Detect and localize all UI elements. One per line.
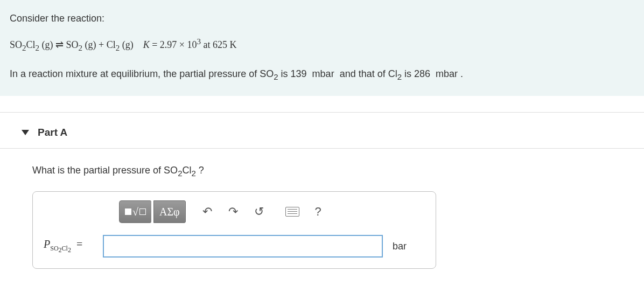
reset-icon: ↺ — [254, 205, 264, 219]
reset-button[interactable]: ↺ — [247, 200, 271, 223]
templates-button[interactable]: √ — [119, 200, 151, 223]
problem-equation: SO2Cl2 (g) ⇌ SO2 (g) + Cl2 (g) K = 2.97 … — [10, 34, 634, 55]
undo-icon: ↶ — [202, 205, 212, 219]
greek-symbols-icon: ΑΣφ — [159, 206, 180, 218]
question-text: What is the partial pressure of SO2Cl2 ? — [32, 165, 633, 178]
problem-context: In a reaction mixture at equilibrium, th… — [10, 65, 634, 84]
unit-label: bar — [393, 241, 407, 252]
redo-button[interactable]: ↷ — [221, 200, 245, 223]
variable-label: PSO2Cl2 = — [44, 238, 97, 254]
part-label: Part A — [38, 127, 67, 138]
part-body: What is the partial pressure of SO2Cl2 ?… — [0, 149, 644, 280]
undo-button[interactable]: ↶ — [195, 200, 219, 223]
problem-statement: Consider the reaction: SO2Cl2 (g) ⇌ SO2 … — [0, 0, 644, 96]
root-template-icon: √ — [125, 206, 146, 218]
answer-input[interactable] — [103, 235, 383, 258]
help-button[interactable]: ? — [306, 200, 330, 223]
keyboard-button[interactable] — [281, 200, 304, 223]
keyboard-icon — [285, 207, 299, 217]
help-icon: ? — [315, 205, 321, 219]
answer-row: PSO2Cl2 = bar — [44, 235, 425, 258]
redo-icon: ↷ — [228, 205, 238, 219]
answer-box: √ ΑΣφ ↶ ↷ ↺ ? — [32, 191, 436, 269]
symbols-button[interactable]: ΑΣφ — [153, 200, 186, 223]
caret-down-icon — [22, 130, 29, 135]
problem-intro: Consider the reaction: — [10, 10, 634, 27]
part-header[interactable]: Part A — [0, 113, 644, 149]
equation-toolbar: √ ΑΣφ ↶ ↷ ↺ ? — [119, 200, 425, 223]
